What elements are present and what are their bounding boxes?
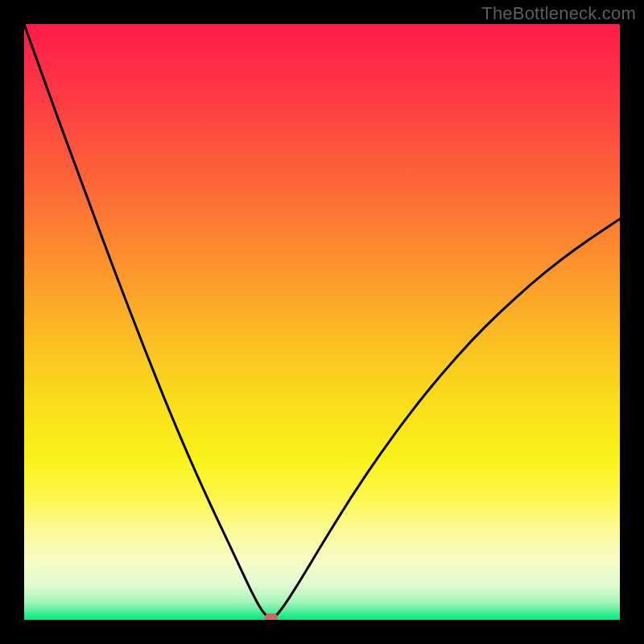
watermark-label: TheBottleneck.com — [481, 3, 636, 24]
optimal-point-marker — [265, 613, 278, 620]
plot-area — [24, 24, 620, 620]
bottleneck-curve — [24, 24, 620, 620]
chart-frame: TheBottleneck.com — [0, 0, 644, 644]
